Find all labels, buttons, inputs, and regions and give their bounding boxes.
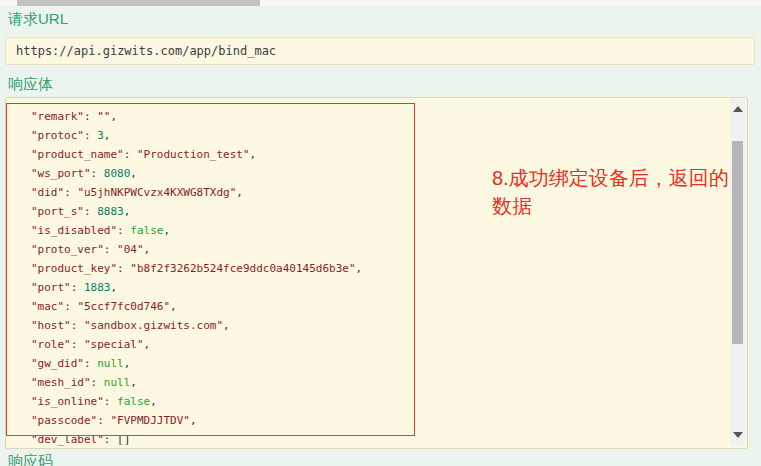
json-line: "role": "special", xyxy=(6,335,426,354)
request-url-label: 请求URL xyxy=(8,10,68,29)
json-line: "did": "u5jhNKPWCvzx4KXWG8TXdg", xyxy=(6,183,426,202)
json-line: "remark": "", xyxy=(6,107,426,126)
json-line: "dev_label": [] xyxy=(6,430,426,449)
json-line: "mesh_id": null, xyxy=(6,373,426,392)
json-line: "is_online": false, xyxy=(6,392,426,411)
scroll-up-icon[interactable] xyxy=(733,106,743,112)
horizontal-scrollbar[interactable] xyxy=(0,0,761,6)
annotation-text: 8.成功绑定设备后，返回的数据 xyxy=(492,164,748,220)
json-line: "is_disabled": false, xyxy=(6,221,426,240)
scroll-down-icon[interactable] xyxy=(733,432,743,438)
request-url-value: https://api.gizwits.com/app/bind_mac xyxy=(6,38,754,64)
json-line: "proto_ver": "04", xyxy=(6,240,426,259)
horizontal-scrollbar-thumb[interactable] xyxy=(17,0,260,6)
api-doc-page: { "request_url": { "label": "请求URL", "va… xyxy=(0,0,761,466)
vertical-scrollbar-thumb[interactable] xyxy=(732,141,743,344)
request-url-box: https://api.gizwits.com/app/bind_mac xyxy=(5,37,755,65)
json-line: "ws_port": 8080, xyxy=(6,164,426,183)
json-line: "mac": "5ccf7fc0d746", xyxy=(6,297,426,316)
json-line: "port_s": 8883, xyxy=(6,202,426,221)
json-line: "gw_did": null, xyxy=(6,354,426,373)
json-line: "port": 1883, xyxy=(6,278,426,297)
json-lines: "remark": "","protoc": 3,"product_name":… xyxy=(6,107,426,449)
json-line: "product_key": "b8f2f3262b524fce9ddc0a40… xyxy=(6,259,426,278)
vertical-scrollbar[interactable] xyxy=(730,99,745,445)
response-body-panel: "remark": "","protoc": 3,"product_name":… xyxy=(5,97,748,449)
response-body-label: 响应体 xyxy=(8,75,53,94)
json-line: "host": "sandbox.gizwits.com", xyxy=(6,316,426,335)
json-line: "product_name": "Production_test", xyxy=(6,145,426,164)
response-code-label: 响应码 xyxy=(8,452,53,466)
json-line: "passcode": "FVPMDJJTDV", xyxy=(6,411,426,430)
json-line: "protoc": 3, xyxy=(6,126,426,145)
